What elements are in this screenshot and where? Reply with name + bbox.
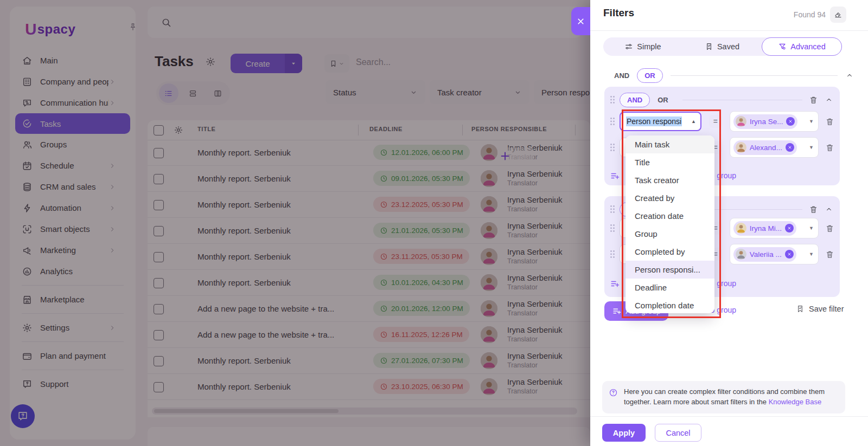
drag-handle-icon[interactable] [610, 205, 615, 214]
found-count: Found 94 [794, 10, 826, 19]
delete-condition-trash-icon[interactable] [825, 143, 834, 152]
delete-condition-trash-icon[interactable] [825, 250, 834, 259]
avatar [736, 116, 746, 127]
person-chip: Valeriia ... [733, 247, 796, 262]
remove-chip-icon[interactable] [786, 143, 794, 152]
save-filter-button[interactable]: Save filter [796, 305, 844, 313]
eraser-icon [834, 10, 843, 19]
collapse-chevron-up-icon[interactable] [845, 71, 854, 80]
dropdown-option-completed-by[interactable]: Completed by [626, 243, 714, 261]
caret-down-icon: ▼ [809, 119, 814, 124]
field-options-dropdown: Main taskTitleTask creatorCreated byCrea… [626, 135, 714, 313]
value-select[interactable]: Iryna Se... ▼ [730, 111, 819, 132]
dropdown-option-completion-date[interactable]: Completion date [626, 296, 714, 313]
playlist-add-icon [612, 306, 622, 316]
caret-up-icon: ▲ [691, 119, 696, 124]
caret-down-icon: ▼ [809, 251, 814, 257]
tab-saved[interactable]: Saved [682, 37, 762, 56]
collapse-chevron-up-icon[interactable] [825, 95, 833, 104]
group-1-and-chip[interactable]: AND [620, 93, 650, 107]
modal-dim-overlay[interactable] [0, 0, 590, 446]
dropdown-option-deadline[interactable]: Deadline [626, 279, 714, 296]
dropdown-option-creation-date[interactable]: Creation date [626, 207, 714, 225]
tab-simple[interactable]: Simple [603, 37, 682, 56]
caret-down-icon: ▼ [809, 225, 814, 231]
apply-button[interactable]: Apply [602, 424, 646, 442]
funnel-icon [778, 42, 787, 51]
filter-mode-tabs: Simple Saved Advanced [603, 37, 842, 56]
remove-chip-icon[interactable] [786, 117, 795, 126]
value-select[interactable]: Alexand... ▼ [730, 137, 819, 158]
top-or-chip[interactable]: OR [637, 68, 663, 83]
group-1-or-chip[interactable]: OR [650, 93, 676, 107]
close-filters-button[interactable] [571, 7, 590, 35]
dropdown-option-person-responsi-[interactable]: Person responsi... [626, 261, 714, 279]
delete-condition-trash-icon[interactable] [825, 224, 834, 233]
knowledge-base-link[interactable]: Knowledge Base [769, 398, 822, 406]
person-chip: Iryna Mi... [733, 221, 796, 236]
drag-handle-icon[interactable] [610, 224, 615, 232]
top-level-logic-row: AND OR [607, 67, 854, 83]
filters-info-box: Here you can create complex filter condi… [602, 381, 845, 413]
dropdown-option-task-creator[interactable]: Task creator [626, 171, 714, 189]
bookmark-check-icon [796, 305, 805, 313]
person-chip: Iryna Se... [733, 114, 798, 129]
delete-group-trash-icon[interactable] [809, 95, 818, 105]
tab-advanced[interactable]: Advanced [762, 37, 842, 56]
dropdown-option-main-task[interactable]: Main task [626, 135, 714, 153]
filters-panel-title: Filters [603, 7, 634, 19]
value-select[interactable]: Iryna Mi... ▼ [730, 218, 819, 238]
close-icon [576, 17, 585, 26]
question-circle-icon [609, 388, 618, 397]
playlist-add-icon [610, 171, 620, 181]
drag-handle-icon[interactable] [610, 117, 615, 126]
top-and-chip[interactable]: AND [607, 68, 637, 83]
bookmark-check-icon [705, 42, 713, 51]
drag-handle-icon[interactable] [610, 250, 615, 258]
condition-row: Person responsi ▲ = Iryna Se... ▼ [610, 111, 834, 132]
app-screen: Uspacy MainCompany and peopleCommunicati… [0, 0, 868, 446]
operator-equals[interactable]: = [709, 115, 722, 128]
delete-condition-trash-icon[interactable] [825, 117, 834, 126]
caret-down-icon: ▼ [809, 145, 814, 150]
group-1-header: AND OR [610, 92, 834, 107]
playlist-add-icon [610, 279, 620, 289]
drag-handle-icon[interactable] [610, 143, 615, 152]
person-chip: Alexand... [733, 140, 797, 155]
delete-group-trash-icon[interactable] [809, 205, 818, 214]
avatar [736, 249, 746, 260]
drag-handle-icon[interactable] [610, 95, 615, 104]
clear-filters-button[interactable] [830, 7, 846, 23]
cancel-button[interactable]: Cancel [655, 424, 701, 442]
avatar [736, 142, 746, 153]
remove-chip-icon[interactable] [785, 250, 794, 258]
value-select[interactable]: Valeriia ... ▼ [730, 244, 819, 264]
dropdown-option-created-by[interactable]: Created by [626, 189, 714, 207]
field-select-open[interactable]: Person responsi ▲ [620, 112, 701, 131]
dropdown-option-group[interactable]: Group [626, 225, 714, 243]
sliders-icon [624, 42, 633, 51]
dropdown-option-title[interactable]: Title [626, 153, 714, 171]
avatar [736, 223, 746, 234]
collapse-chevron-up-icon[interactable] [825, 205, 833, 214]
remove-chip-icon[interactable] [785, 224, 794, 232]
